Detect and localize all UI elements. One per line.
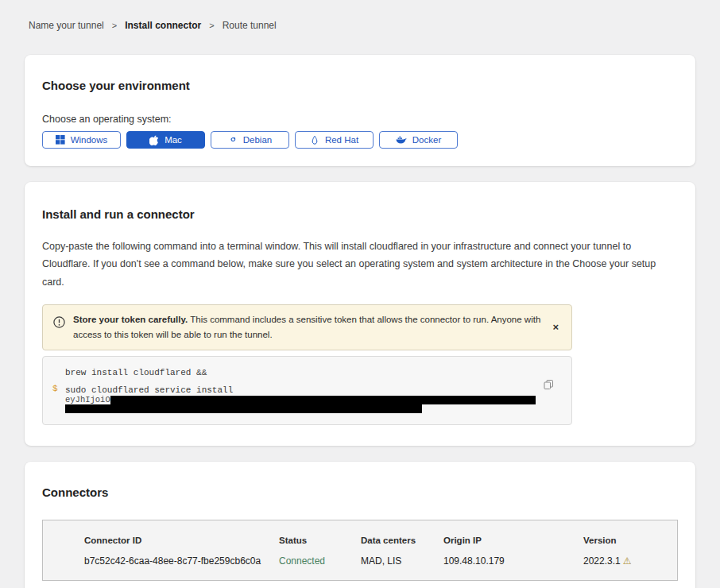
connectors-card: Connectors Connector ID Status Data cent… [25, 462, 695, 588]
connectors-card-title: Connectors [42, 485, 678, 499]
os-select-label: Choose an operating system: [42, 114, 678, 125]
alert-circle-icon [53, 316, 65, 331]
token-warning-title: Store your token carefully. [73, 315, 188, 324]
breadcrumb: Name your tunnel > Install connector > R… [0, 0, 720, 31]
origin-ip-value: 109.48.10.179 [443, 555, 583, 567]
apple-icon [149, 135, 159, 145]
breadcrumb-separator: > [112, 21, 117, 30]
token-warning-banner: Store your token carefully. This command… [42, 304, 572, 350]
debian-icon [228, 135, 238, 145]
redaction-bar [65, 404, 422, 413]
breadcrumb-separator: > [209, 21, 214, 30]
version-number: 2022.3.1 [583, 555, 621, 567]
command-line-1: brew install cloudflared && [65, 367, 540, 378]
os-button-mac[interactable]: Mac [126, 131, 205, 149]
redaction-bar [110, 396, 536, 404]
os-button-debian[interactable]: Debian [211, 131, 289, 149]
warning-triangle-icon: ⚠ [623, 555, 632, 567]
status-badge: Connected [279, 555, 361, 567]
connectors-table: Connector ID Status Data centers Origin … [42, 520, 678, 581]
column-header-origin-ip: Origin IP [443, 536, 583, 555]
breadcrumb-install-connector[interactable]: Install connector [125, 20, 201, 31]
table-row: b7c52c42-6caa-48ee-8c77-fbe259cb6c0a Con… [84, 555, 669, 567]
data-centers-value: MAD, LIS [361, 555, 443, 567]
column-header-version: Version [583, 536, 669, 555]
os-button-label: Debian [243, 135, 272, 145]
install-card-title: Install and run a connector [42, 207, 678, 221]
version-value: 2022.3.1⚠ [583, 555, 669, 567]
breadcrumb-name-your-tunnel[interactable]: Name your tunnel [29, 20, 104, 31]
os-button-docker[interactable]: Docker [379, 131, 458, 149]
breadcrumb-route-tunnel[interactable]: Route tunnel [223, 20, 277, 31]
choose-environment-card: Choose your environment Choose an operat… [25, 55, 695, 166]
connector-id-value: b7c52c42-6caa-48ee-8c77-fbe259cb6c0a [84, 555, 279, 567]
environment-card-title: Choose your environment [42, 79, 678, 92]
column-header-status: Status [279, 536, 361, 555]
copy-icon[interactable] [544, 379, 554, 393]
token-warning-text: Store your token carefully. This command… [73, 312, 541, 342]
os-button-redhat[interactable]: Red Hat [295, 131, 374, 149]
os-button-label: Windows [71, 135, 108, 145]
shell-prompt: $ [52, 384, 58, 393]
os-button-label: Red Hat [325, 135, 358, 145]
docker-icon [396, 135, 407, 145]
column-header-connector-id: Connector ID [84, 536, 279, 555]
column-header-data-centers: Data centers [361, 536, 443, 555]
os-button-group: Windows Mac Debian R [42, 131, 678, 149]
command-line-2: sudo cloudflared service install [65, 385, 540, 396]
os-button-windows[interactable]: Windows [42, 131, 121, 149]
windows-icon [56, 135, 65, 145]
connectors-table-header: Connector ID Status Data centers Origin … [84, 536, 669, 555]
token-prefix: eyJhIjoiO [65, 395, 110, 404]
redhat-icon [310, 135, 319, 145]
os-button-label: Docker [412, 135, 441, 145]
os-button-label: Mac [165, 135, 182, 145]
token-line-2 [65, 404, 540, 413]
close-icon[interactable]: × [549, 322, 562, 332]
token-line-1: eyJhIjoiO [65, 396, 540, 404]
install-command-block: $ brew install cloudflared && sudo cloud… [42, 356, 572, 425]
install-connector-card: Install and run a connector Copy-paste t… [25, 182, 695, 446]
install-description: Copy-paste the following command into a … [42, 238, 678, 291]
